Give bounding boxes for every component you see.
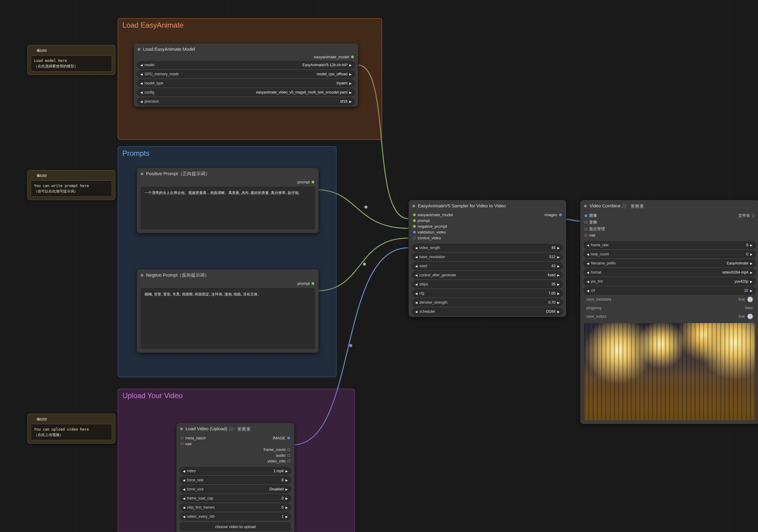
decrement-arrow-icon[interactable]: ◀ [182,488,186,491]
widget-seed[interactable]: ◀seed43▶ [412,262,563,270]
output-easyanimate-model[interactable]: easyanimate_model [134,54,358,60]
output-frame_count[interactable]: frame_count [176,447,294,452]
note-model[interactable]: Note Load model here （在此选择要使用的模型） [27,45,116,75]
decrement-arrow-icon[interactable]: ◀ [586,289,590,292]
port-row[interactable]: 图像文件名 [580,212,758,219]
toggle-save-metadata[interactable]: save_metadatatrue [585,296,755,303]
decrement-arrow-icon[interactable]: ◀ [182,497,186,500]
widget-video[interactable]: ◀video1.mp4▶ [180,467,291,475]
input-音频[interactable]: 音频 [580,219,758,226]
input-negative_prompt[interactable]: negative_prompt [409,223,566,229]
increment-arrow-icon[interactable]: ▶ [285,479,289,482]
increment-arrow-icon[interactable]: ▶ [349,91,352,94]
note-video[interactable]: Note You can upload video here （在此上传视频） [27,414,116,444]
increment-arrow-icon[interactable]: ▶ [285,488,289,491]
decrement-arrow-icon[interactable]: ◀ [140,73,143,76]
decrement-arrow-icon[interactable]: ◀ [415,283,418,286]
widget-base-resolution[interactable]: ◀base_resolution512▶ [412,253,563,261]
decrement-arrow-icon[interactable]: ◀ [140,100,143,103]
toggle-save-output[interactable]: save_outputtrue [585,313,755,320]
widget-filename-prefix[interactable]: ◀filename_prefixEasyAnimate▶ [583,259,756,267]
decrement-arrow-icon[interactable]: ◀ [182,479,186,482]
decrement-arrow-icon[interactable]: ◀ [415,310,418,314]
input-vae[interactable]: vae [176,441,294,447]
widget-video-length[interactable]: ◀video_length49▶ [412,244,563,252]
widget-force-rate[interactable]: ◀force_rate8▶ [180,476,291,484]
increment-arrow-icon[interactable]: ▶ [749,253,753,256]
decrement-arrow-icon[interactable]: ◀ [586,280,590,283]
increment-arrow-icon[interactable]: ▶ [285,497,289,500]
increment-arrow-icon[interactable]: ▶ [285,506,289,509]
positive-prompt-text[interactable]: 一个漂亮的女人在弹吉他。视频质量高，画面清晰。高质量, 杰作, 最好的质量, 高… [141,187,315,229]
output-audio[interactable]: audio [176,452,294,458]
increment-arrow-icon[interactable]: ▶ [285,515,289,518]
choose-video-button[interactable]: choose video to upload [180,522,291,531]
increment-arrow-icon[interactable]: ▶ [749,271,753,274]
widget-scheduler[interactable]: ◀schedulerDDIM▶ [412,308,563,316]
widget-steps[interactable]: ◀steps35▶ [412,280,563,288]
negative-prompt-text[interactable]: 模糊, 突变, 变形, 失真, 画面暗, 画面固定, 连环画, 漫画, 线稿, … [141,288,315,349]
decrement-arrow-icon[interactable]: ◀ [182,506,186,509]
increment-arrow-icon[interactable]: ▶ [749,280,753,283]
node-sampler[interactable]: #87 EasyAnimate EasyAnimateV5 Sampler fo… [408,200,567,317]
note-prompt[interactable]: Note You can write prompt here （你可以在此填写提… [27,170,116,200]
decrement-arrow-icon[interactable]: ◀ [415,301,418,304]
increment-arrow-icon[interactable]: ▶ [749,289,753,292]
node-load-video[interactable]: #85 VideoHelperSuite Load Video (Upload)… [176,423,294,532]
decrement-arrow-icon[interactable]: ◀ [586,262,590,265]
toggle-pingpong[interactable]: pingpongfalse [585,304,755,312]
widget-format[interactable]: ◀formatvideo/h264-mp4▶ [583,268,756,276]
node-video-combine[interactable]: #17 VideoHelperSuite Video Combine 🎥 VHS… [580,200,758,424]
increment-arrow-icon[interactable]: ▶ [557,301,560,304]
widget-pix-fmt[interactable]: ◀pix_fmtyuv420p▶ [583,278,756,285]
widget-cfg[interactable]: ◀cfg7.00▶ [412,289,563,297]
decrement-arrow-icon[interactable]: ◀ [140,82,143,85]
input-validation_video[interactable]: validation_video [409,229,566,235]
increment-arrow-icon[interactable]: ▶ [557,310,560,314]
increment-arrow-icon[interactable]: ▶ [349,82,352,85]
increment-arrow-icon[interactable]: ▶ [557,274,560,277]
increment-arrow-icon[interactable]: ▶ [749,244,753,247]
widget-model[interactable]: ◀modelEasyAnimateV5-12b-zh-InP▶ [137,61,355,69]
decrement-arrow-icon[interactable]: ◀ [140,63,143,67]
increment-arrow-icon[interactable]: ▶ [557,292,560,295]
node-negative-prompt[interactable]: #73 EasyAnimate Negtive Prompt（反向提示词） pr… [137,269,319,353]
widget-control-after-generate[interactable]: ◀control_after_generatefixed▶ [412,271,563,279]
decrement-arrow-icon[interactable]: ◀ [182,469,186,473]
widget-denoise-strength[interactable]: ◀denoise_strength0.70▶ [412,298,563,306]
increment-arrow-icon[interactable]: ▶ [349,63,352,67]
node-positive-prompt[interactable]: #75 EasyAnimate Positive Prompt（正向提示词） p… [137,168,319,233]
increment-arrow-icon[interactable]: ▶ [749,262,753,265]
widget-crf[interactable]: ◀crf22▶ [583,287,756,294]
increment-arrow-icon[interactable]: ▶ [557,264,560,268]
decrement-arrow-icon[interactable]: ◀ [586,244,590,247]
widget-model-type[interactable]: ◀model_typeInpaint▶ [137,79,355,87]
widget-config[interactable]: ◀configeasyanimate_video_v5_magvit_multi… [137,88,355,96]
widget-skip-first-frames[interactable]: ◀skip_first_frames0▶ [180,504,291,511]
decrement-arrow-icon[interactable]: ◀ [415,274,418,277]
input-control_video[interactable]: control_video [409,235,566,241]
widget-loop-count[interactable]: ◀loop_count0▶ [583,250,756,258]
output-prompt[interactable]: prompt [137,281,319,286]
widget-frame-rate[interactable]: ◀frame_rate8▶ [583,241,756,249]
input-prompt[interactable]: prompt [409,218,566,223]
decrement-arrow-icon[interactable]: ◀ [415,246,418,249]
input-批次管理[interactable]: 批次管理 [580,226,758,232]
increment-arrow-icon[interactable]: ▶ [285,469,289,473]
decrement-arrow-icon[interactable]: ◀ [140,91,143,94]
decrement-arrow-icon[interactable]: ◀ [415,264,418,268]
widget-force-size[interactable]: ◀force_sizeDisabled▶ [180,485,291,493]
increment-arrow-icon[interactable]: ▶ [557,255,560,259]
widget-select-every-nth[interactable]: ◀select_every_nth1▶ [180,513,291,520]
widget-precision[interactable]: ◀precisionbf16▶ [137,97,355,105]
decrement-arrow-icon[interactable]: ◀ [182,515,186,518]
output-prompt[interactable]: prompt [137,179,319,185]
increment-arrow-icon[interactable]: ▶ [557,246,560,249]
widget-frame-load-cap[interactable]: ◀frame_load_cap0▶ [180,494,291,502]
decrement-arrow-icon[interactable]: ◀ [415,255,418,259]
port-row[interactable]: meta_batchIMAGE [176,435,294,441]
increment-arrow-icon[interactable]: ▶ [557,283,560,286]
decrement-arrow-icon[interactable]: ◀ [586,271,590,274]
decrement-arrow-icon[interactable]: ◀ [586,253,590,256]
output-video_info[interactable]: video_info [176,458,294,464]
